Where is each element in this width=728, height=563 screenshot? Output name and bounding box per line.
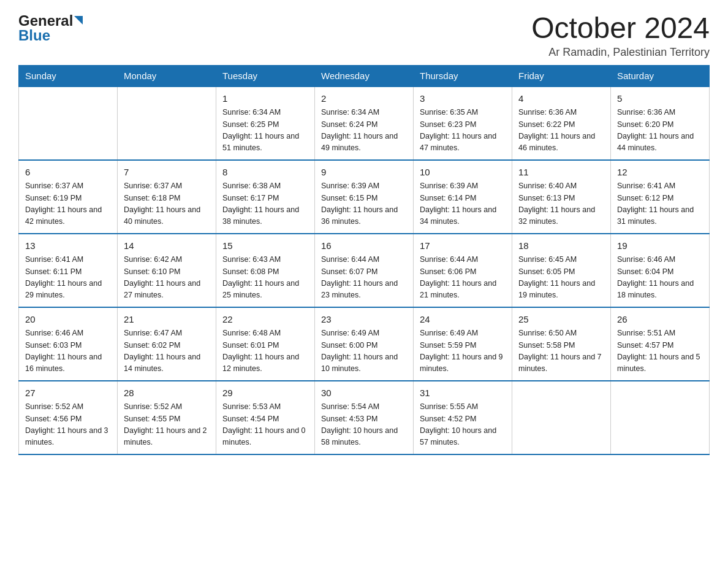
- calendar-week-5: 27Sunrise: 5:52 AMSunset: 4:56 PMDayligh…: [19, 381, 710, 454]
- day-info: Sunrise: 6:50 AMSunset: 5:58 PMDaylight:…: [518, 327, 604, 375]
- calendar-cell: 22Sunrise: 6:48 AMSunset: 6:01 PMDayligh…: [216, 307, 315, 381]
- calendar-cell: 31Sunrise: 5:55 AMSunset: 4:52 PMDayligh…: [414, 381, 512, 454]
- day-number: 27: [25, 386, 111, 400]
- day-number: 23: [321, 313, 407, 327]
- day-number: 29: [222, 386, 308, 400]
- calendar-week-2: 6Sunrise: 6:37 AMSunset: 6:19 PMDaylight…: [19, 160, 710, 234]
- day-info: Sunrise: 6:44 AMSunset: 6:06 PMDaylight:…: [420, 254, 506, 302]
- calendar-cell: 5Sunrise: 6:36 AMSunset: 6:20 PMDaylight…: [611, 86, 710, 160]
- calendar-cell: 18Sunrise: 6:45 AMSunset: 6:05 PMDayligh…: [512, 234, 611, 307]
- calendar-cell: 3Sunrise: 6:35 AMSunset: 6:23 PMDaylight…: [414, 86, 512, 160]
- calendar-cell: 15Sunrise: 6:43 AMSunset: 6:08 PMDayligh…: [216, 234, 315, 307]
- day-number: 13: [25, 239, 111, 253]
- day-number: 15: [222, 239, 308, 253]
- day-info: Sunrise: 6:44 AMSunset: 6:07 PMDaylight:…: [321, 254, 407, 302]
- calendar-cell: 26Sunrise: 5:51 AMSunset: 4:57 PMDayligh…: [611, 307, 710, 381]
- day-header-thursday: Thursday: [414, 65, 512, 86]
- day-info: Sunrise: 5:54 AMSunset: 4:53 PMDaylight:…: [321, 401, 407, 449]
- day-number: 2: [321, 92, 407, 106]
- day-number: 26: [617, 313, 703, 327]
- day-info: Sunrise: 6:43 AMSunset: 6:08 PMDaylight:…: [222, 254, 308, 302]
- day-info: Sunrise: 6:37 AMSunset: 6:18 PMDaylight:…: [124, 180, 210, 228]
- calendar-cell: 8Sunrise: 6:38 AMSunset: 6:17 PMDaylight…: [216, 160, 315, 234]
- day-number: 16: [321, 239, 407, 253]
- calendar-cell: 4Sunrise: 6:36 AMSunset: 6:22 PMDaylight…: [512, 86, 611, 160]
- calendar-cell: 20Sunrise: 6:46 AMSunset: 6:03 PMDayligh…: [19, 307, 118, 381]
- logo: General Blue: [18, 12, 83, 44]
- day-info: Sunrise: 6:49 AMSunset: 5:59 PMDaylight:…: [420, 327, 506, 375]
- day-info: Sunrise: 6:46 AMSunset: 6:04 PMDaylight:…: [617, 254, 703, 302]
- calendar-cell: 27Sunrise: 5:52 AMSunset: 4:56 PMDayligh…: [19, 381, 118, 454]
- day-info: Sunrise: 6:37 AMSunset: 6:19 PMDaylight:…: [25, 180, 111, 228]
- calendar-cell: 10Sunrise: 6:39 AMSunset: 6:14 PMDayligh…: [414, 160, 512, 234]
- day-number: 17: [420, 239, 506, 253]
- day-number: 21: [124, 313, 210, 327]
- calendar-cell: 24Sunrise: 6:49 AMSunset: 5:59 PMDayligh…: [414, 307, 512, 381]
- page-header: General Blue October 2024 Ar Ramadin, Pa…: [18, 12, 710, 59]
- calendar-cell: 25Sunrise: 6:50 AMSunset: 5:58 PMDayligh…: [512, 307, 611, 381]
- calendar-cell: 28Sunrise: 5:52 AMSunset: 4:55 PMDayligh…: [118, 381, 216, 454]
- day-number: 4: [518, 92, 604, 106]
- calendar-cell: 14Sunrise: 6:42 AMSunset: 6:10 PMDayligh…: [118, 234, 216, 307]
- day-info: Sunrise: 6:48 AMSunset: 6:01 PMDaylight:…: [222, 327, 308, 375]
- calendar-cell: 1Sunrise: 6:34 AMSunset: 6:25 PMDaylight…: [216, 86, 315, 160]
- calendar-cell: 11Sunrise: 6:40 AMSunset: 6:13 PMDayligh…: [512, 160, 611, 234]
- day-info: Sunrise: 5:53 AMSunset: 4:54 PMDaylight:…: [222, 401, 308, 449]
- calendar-cell: 23Sunrise: 6:49 AMSunset: 6:00 PMDayligh…: [315, 307, 414, 381]
- calendar-cell: [512, 381, 611, 454]
- day-info: Sunrise: 6:42 AMSunset: 6:10 PMDaylight:…: [124, 254, 210, 302]
- day-number: 6: [25, 166, 111, 180]
- day-number: 25: [518, 313, 604, 327]
- calendar-cell: 7Sunrise: 6:37 AMSunset: 6:18 PMDaylight…: [118, 160, 216, 234]
- day-number: 14: [124, 239, 210, 253]
- location-subtitle: Ar Ramadin, Palestinian Territory: [531, 46, 710, 59]
- day-info: Sunrise: 6:40 AMSunset: 6:13 PMDaylight:…: [518, 180, 604, 228]
- day-info: Sunrise: 6:36 AMSunset: 6:20 PMDaylight:…: [617, 107, 703, 155]
- day-info: Sunrise: 5:52 AMSunset: 4:55 PMDaylight:…: [124, 401, 210, 449]
- day-number: 20: [25, 313, 111, 327]
- calendar-cell: 2Sunrise: 6:34 AMSunset: 6:24 PMDaylight…: [315, 86, 414, 160]
- day-info: Sunrise: 6:47 AMSunset: 6:02 PMDaylight:…: [124, 327, 210, 375]
- day-info: Sunrise: 6:39 AMSunset: 6:14 PMDaylight:…: [420, 180, 506, 228]
- day-header-sunday: Sunday: [19, 65, 118, 86]
- day-number: 3: [420, 92, 506, 106]
- day-info: Sunrise: 5:55 AMSunset: 4:52 PMDaylight:…: [420, 401, 506, 449]
- day-info: Sunrise: 6:41 AMSunset: 6:12 PMDaylight:…: [617, 180, 703, 228]
- day-info: Sunrise: 6:41 AMSunset: 6:11 PMDaylight:…: [25, 254, 111, 302]
- calendar-cell: [118, 86, 216, 160]
- day-info: Sunrise: 6:46 AMSunset: 6:03 PMDaylight:…: [25, 327, 111, 375]
- calendar-cell: 6Sunrise: 6:37 AMSunset: 6:19 PMDaylight…: [19, 160, 118, 234]
- day-number: 28: [124, 386, 210, 400]
- day-header-wednesday: Wednesday: [315, 65, 414, 86]
- day-info: Sunrise: 6:38 AMSunset: 6:17 PMDaylight:…: [222, 180, 308, 228]
- calendar-cell: 19Sunrise: 6:46 AMSunset: 6:04 PMDayligh…: [611, 234, 710, 307]
- day-header-monday: Monday: [118, 65, 216, 86]
- calendar-cell: 9Sunrise: 6:39 AMSunset: 6:15 PMDaylight…: [315, 160, 414, 234]
- calendar-cell: 17Sunrise: 6:44 AMSunset: 6:06 PMDayligh…: [414, 234, 512, 307]
- calendar-cell: 12Sunrise: 6:41 AMSunset: 6:12 PMDayligh…: [611, 160, 710, 234]
- day-number: 1: [222, 92, 308, 106]
- day-info: Sunrise: 5:51 AMSunset: 4:57 PMDaylight:…: [617, 327, 703, 375]
- day-number: 7: [124, 166, 210, 180]
- calendar-cell: 16Sunrise: 6:44 AMSunset: 6:07 PMDayligh…: [315, 234, 414, 307]
- day-number: 5: [617, 92, 703, 106]
- day-number: 11: [518, 166, 604, 180]
- day-number: 22: [222, 313, 308, 327]
- logo-blue-text: Blue: [18, 27, 50, 44]
- day-header-tuesday: Tuesday: [216, 65, 315, 86]
- calendar-week-4: 20Sunrise: 6:46 AMSunset: 6:03 PMDayligh…: [19, 307, 710, 381]
- calendar-week-1: 1Sunrise: 6:34 AMSunset: 6:25 PMDaylight…: [19, 86, 710, 160]
- day-number: 12: [617, 166, 703, 180]
- day-number: 30: [321, 386, 407, 400]
- title-section: October 2024 Ar Ramadin, Palestinian Ter…: [531, 12, 710, 59]
- day-number: 9: [321, 166, 407, 180]
- calendar-cell: 29Sunrise: 5:53 AMSunset: 4:54 PMDayligh…: [216, 381, 315, 454]
- day-header-saturday: Saturday: [611, 65, 710, 86]
- day-number: 24: [420, 313, 506, 327]
- day-header-friday: Friday: [512, 65, 611, 86]
- calendar-cell: [611, 381, 710, 454]
- day-info: Sunrise: 6:35 AMSunset: 6:23 PMDaylight:…: [420, 107, 506, 155]
- calendar-cell: [19, 86, 118, 160]
- calendar-week-3: 13Sunrise: 6:41 AMSunset: 6:11 PMDayligh…: [19, 234, 710, 307]
- calendar-cell: 21Sunrise: 6:47 AMSunset: 6:02 PMDayligh…: [118, 307, 216, 381]
